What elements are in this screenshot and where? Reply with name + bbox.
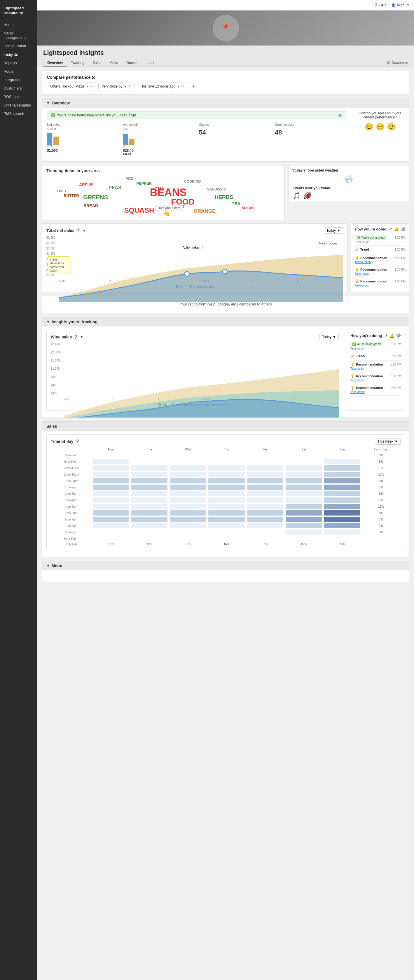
heatmap-cell[interactable] — [246, 490, 285, 497]
word-greens[interactable]: GREENS — [83, 194, 108, 201]
heatmap-cell[interactable] — [323, 510, 361, 516]
heatmap-cell[interactable] — [169, 535, 207, 542]
word-squash[interactable]: SQUASH — [124, 206, 154, 215]
heatmap-cell[interactable] — [323, 523, 361, 529]
info-icon[interactable]: ❓ — [76, 228, 81, 232]
heatmap-cell[interactable] — [246, 452, 285, 458]
heatmap-cell[interactable] — [246, 503, 285, 510]
remove-filter-time[interactable]: × — [182, 84, 184, 89]
remove-filter-close[interactable]: × — [129, 84, 131, 89]
heatmap-cell[interactable] — [246, 516, 285, 523]
remove-filter-pizza[interactable]: × — [91, 84, 93, 89]
rec2-action[interactable]: Take action — [355, 272, 406, 275]
heatmap-cell[interactable] — [207, 458, 246, 465]
word-fruit[interactable]: FRUIT — [57, 189, 66, 192]
heatmap-cell[interactable] — [130, 452, 169, 458]
heatmap-cell[interactable] — [285, 503, 323, 510]
heatmap-cell[interactable] — [169, 497, 207, 503]
wine-take-action-3[interactable]: Take action — [350, 390, 365, 394]
word-tea[interactable]: TEA — [232, 201, 240, 206]
heatmap-cell[interactable] — [285, 458, 323, 465]
tab-sales[interactable]: Sales — [88, 59, 105, 67]
heatmap-cell[interactable] — [323, 465, 361, 471]
word-pepper[interactable]: PEPPER — [136, 181, 152, 186]
heatmap-cell[interactable] — [130, 503, 169, 510]
heatmap-cell[interactable] — [246, 523, 285, 529]
wine-share-icon[interactable]: ↗ — [384, 333, 388, 338]
heatmap-cell[interactable] — [92, 503, 130, 510]
bell-icon[interactable]: 🔔 — [394, 227, 399, 231]
take-action-link-2[interactable]: Take action — [355, 272, 369, 275]
sidebar-item-hours[interactable]: Hours — [0, 67, 37, 76]
word-rice[interactable]: RICE — [126, 177, 133, 180]
share-icon[interactable]: ↗ — [389, 227, 392, 231]
word-cooking[interactable]: COOKING — [184, 180, 201, 183]
heatmap-cell[interactable] — [92, 471, 130, 477]
heatmap-cell[interactable] — [169, 484, 207, 490]
tab-overview[interactable]: Overview — [43, 59, 67, 67]
heatmap-cell[interactable] — [169, 471, 207, 477]
tod-info-icon[interactable]: ❓ — [75, 439, 80, 444]
heatmap-cell[interactable] — [169, 510, 207, 516]
sidebar-item-pms-search[interactable]: PMS search — [0, 110, 37, 118]
heatmap-cell[interactable] — [323, 471, 361, 477]
heatmap-cell[interactable] — [130, 529, 169, 535]
heatmap-cell[interactable] — [285, 465, 323, 471]
customize-button[interactable]: ⚙️ Customize — [386, 59, 408, 67]
heatmap-cell[interactable] — [246, 471, 285, 477]
heatmap-cell[interactable] — [323, 484, 361, 490]
wine-take-action-1[interactable]: Take action — [350, 367, 365, 370]
heatmap-cell[interactable] — [130, 458, 169, 465]
tab-tracking[interactable]: Tracking — [67, 59, 88, 67]
heatmap-cell[interactable] — [130, 516, 169, 523]
heatmap-cell[interactable] — [246, 477, 285, 484]
heatmap-cell[interactable] — [207, 490, 246, 497]
heatmap-cell[interactable] — [246, 497, 285, 503]
wine-take-action-2[interactable]: Take action — [350, 379, 365, 382]
heatmap-cell[interactable] — [207, 465, 246, 471]
heatmap-cell[interactable] — [169, 452, 207, 458]
heatmap-cell[interactable] — [130, 535, 169, 542]
word-herbs[interactable]: HERBS — [215, 194, 233, 200]
heatmap-cell[interactable] — [92, 477, 130, 484]
heatmap-cell[interactable] — [207, 529, 246, 535]
heatmap-cell[interactable] — [285, 535, 323, 542]
filter-time-12mons[interactable]: This time 12 mons ago ▼ × — [137, 83, 187, 90]
sidebar-item-menu-management[interactable]: Menu management — [0, 29, 37, 42]
settings-icon[interactable]: ⚙️ — [401, 227, 406, 231]
heatmap-cell[interactable] — [285, 452, 323, 458]
chevron-down-icon[interactable]: ▼ — [82, 228, 86, 233]
word-butter[interactable]: BUTTER — [64, 193, 79, 197]
heatmap-cell[interactable] — [169, 477, 207, 484]
heatmap-cell[interactable] — [169, 458, 207, 465]
wine-take-action-link[interactable]: Take action — [350, 347, 365, 350]
wine-chevron[interactable]: ▼ — [80, 335, 83, 339]
heatmap-cell[interactable] — [92, 529, 130, 535]
heatmap-cell[interactable] — [92, 484, 130, 490]
heatmap-cell[interactable] — [207, 516, 246, 523]
wine-settings-icon[interactable]: ⚙️ — [396, 333, 401, 338]
heatmap-cell[interactable] — [246, 529, 285, 535]
take-action-link-3[interactable]: Take action — [355, 284, 369, 287]
heatmap-cell[interactable] — [207, 484, 246, 490]
word-sandwich[interactable]: SANDWICH — [207, 187, 226, 191]
word-peas[interactable]: PEAS — [108, 185, 121, 191]
add-filter-button[interactable]: + — [189, 83, 197, 90]
heatmap-cell[interactable] — [246, 465, 285, 471]
sidebar-item-reports[interactable]: Reports — [0, 59, 37, 67]
heatmap-cell[interactable] — [207, 471, 246, 477]
heatmap-cell[interactable] — [285, 510, 323, 516]
heatmap-cell[interactable] — [169, 516, 207, 523]
heatmap-cell[interactable] — [323, 497, 361, 503]
heatmap-cell[interactable] — [285, 471, 323, 477]
heatmap-cell[interactable] — [323, 529, 361, 535]
heatmap-cell[interactable] — [130, 471, 169, 477]
heatmap-cell[interactable] — [92, 465, 130, 471]
heatmap-cell[interactable] — [207, 452, 246, 458]
heatmap-cell[interactable] — [246, 458, 285, 465]
tab-guests[interactable]: Guests — [122, 59, 142, 67]
heatmap-cell[interactable] — [92, 516, 130, 523]
word-chi[interactable]: CHI — [154, 186, 163, 192]
heatmap-cell[interactable] — [130, 490, 169, 497]
heatmap-cell[interactable] — [130, 477, 169, 484]
